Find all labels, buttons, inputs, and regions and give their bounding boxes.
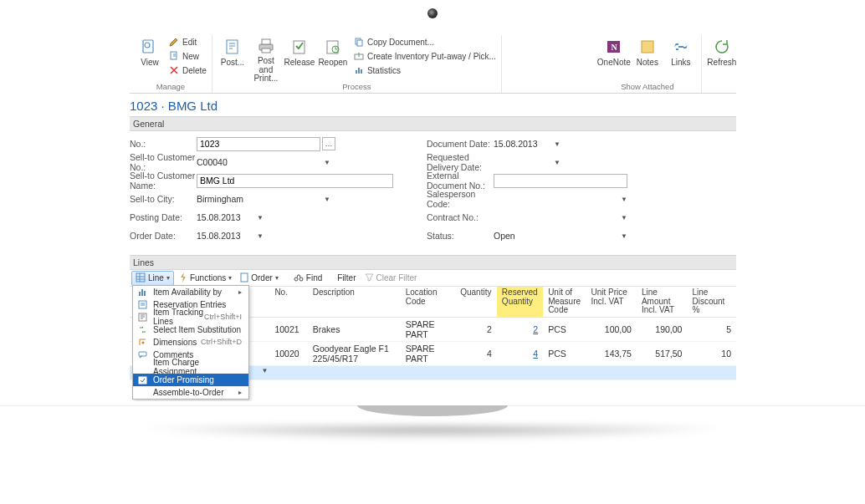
doc-date-dropdown[interactable]: 15.08.2013▼ (494, 139, 560, 149)
assemble-icon (136, 387, 148, 399)
page-title: 1023 · BMG Ltd (130, 94, 736, 116)
substitution-icon (136, 323, 148, 335)
refresh-button[interactable]: Refresh (705, 35, 736, 82)
no-lookup-button[interactable]: … (322, 137, 335, 150)
view-button[interactable]: View (133, 35, 166, 82)
order-date-label: Order Date: (130, 231, 197, 241)
chevron-down-icon: ▼ (257, 214, 264, 221)
col-uom[interactable]: Unit of Measure Code (543, 287, 586, 317)
grid-icon (136, 272, 146, 284)
contract-dropdown[interactable]: ▼ (494, 214, 627, 221)
camera-icon (427, 8, 438, 18)
ribbon-group-page: Refresh Clear Filter Go to Previous Next… (702, 35, 736, 93)
city-dropdown[interactable]: Birmingham▼ (197, 194, 330, 204)
svg-text:N: N (611, 43, 617, 52)
create-putaway-button[interactable]: Create Inventory Put-away / Pick... (353, 49, 496, 63)
notes-button[interactable]: Notes (631, 35, 664, 82)
post-button[interactable]: Post... (216, 35, 249, 82)
svg-rect-15 (361, 69, 362, 74)
req-delivery-dropdown[interactable]: ▼ (494, 159, 560, 166)
chevron-down-icon: ▼ (324, 159, 330, 166)
link-icon (671, 37, 691, 57)
col-no[interactable]: No. (269, 287, 307, 317)
col-line-discount[interactable]: Line Discount % (687, 287, 736, 317)
release-button[interactable]: Release (283, 35, 316, 82)
copy-doc-icon (353, 36, 365, 48)
chevron-down-icon[interactable]: ▼ (261, 367, 268, 374)
salesperson-dropdown[interactable]: ▼ (494, 196, 627, 203)
status-dropdown[interactable]: Open▼ (494, 231, 627, 241)
req-delivery-label: Requested Delivery Date: (427, 152, 494, 172)
cust-name-field[interactable] (197, 174, 393, 188)
svg-rect-22 (144, 291, 146, 296)
copy-document-button[interactable]: Copy Document... (353, 35, 496, 48)
col-reserved[interactable]: Reserved Quantity (497, 287, 543, 317)
ribbon: View Edit New Delete Manage Post... (130, 33, 736, 94)
chevron-down-icon: ▼ (621, 196, 627, 203)
putaway-icon (353, 50, 365, 62)
chevron-down-icon: ▼ (621, 232, 627, 240)
cust-no-dropdown[interactable]: C00040▼ (197, 157, 330, 167)
ribbon-group-show-attached: N OneNote Notes Links Show Attached (594, 35, 702, 93)
list-icon (136, 298, 148, 310)
functions-menu-button[interactable]: Functions▾ (176, 272, 235, 285)
edit-button[interactable]: Edit (168, 35, 207, 48)
chart-icon (136, 286, 148, 298)
menu-dimensions[interactable]: DimensionsCtrl+Shift+D (133, 336, 248, 349)
chevron-down-icon: ▾ (166, 274, 170, 282)
new-button[interactable]: New (168, 49, 207, 63)
posting-date-dropdown[interactable]: 15.08.2013▼ (197, 212, 264, 222)
svg-point-30 (299, 277, 303, 281)
chevron-down-icon: ▾ (228, 274, 232, 282)
svg-rect-14 (358, 68, 360, 74)
lines-toolbar: Line ▾ Item Availability by▸ Reservation… (130, 270, 736, 287)
svg-rect-21 (141, 289, 143, 296)
svg-rect-18 (642, 41, 653, 53)
comments-icon (136, 349, 148, 360)
reserved-link[interactable]: 4 (533, 349, 538, 359)
col-line-amount[interactable]: Line Amount Incl. VAT (637, 287, 688, 317)
order-menu-button[interactable]: Order▾ (237, 272, 282, 285)
post-and-print-button[interactable]: Post and Print... (249, 35, 283, 82)
col-unit-price[interactable]: Unit Price Incl. VAT (586, 287, 637, 317)
filter-button[interactable]: Filter (334, 272, 359, 283)
dimensions-icon (136, 336, 148, 348)
svg-rect-3 (227, 40, 238, 53)
statistics-button[interactable]: Statistics (353, 64, 496, 77)
ext-doc-field[interactable] (494, 174, 627, 188)
no-field[interactable] (197, 137, 320, 151)
city-label: Sell-to City: (130, 194, 197, 204)
menu-order-promising[interactable]: Order Promising (133, 374, 248, 386)
reopen-button[interactable]: Reopen (316, 35, 350, 82)
col-location[interactable]: Location Code (401, 287, 456, 317)
document-icon (223, 37, 243, 57)
col-quantity[interactable]: Quantity (455, 287, 497, 317)
lines-header[interactable]: Lines (130, 255, 736, 270)
menu-item-charge[interactable]: Item Charge Assignment (133, 361, 248, 374)
menu-item-tracking[interactable]: Item Tracking LinesCtrl+Shift+I (133, 311, 248, 323)
delete-button[interactable]: Delete (168, 64, 207, 77)
lines-clear-filter-button[interactable]: Clear Filter (361, 272, 421, 284)
calendar-check-icon (136, 374, 148, 385)
line-menu-button[interactable]: Line ▾ Item Availability by▸ Reservation… (131, 271, 174, 286)
svg-point-29 (294, 277, 298, 281)
menu-select-item-substitution[interactable]: Select Item Substitution (133, 323, 248, 336)
pencil-icon (168, 36, 180, 48)
chevron-down-icon: ▼ (554, 140, 560, 148)
line-context-menu: Item Availability by▸ Reservation Entrie… (132, 285, 249, 400)
onenote-button[interactable]: N OneNote (597, 35, 631, 82)
find-button[interactable]: Find (290, 272, 325, 285)
order-date-dropdown[interactable]: 15.08.2013▼ (197, 231, 264, 241)
links-button[interactable]: Links (664, 35, 698, 82)
reserved-link[interactable]: 2 (533, 324, 538, 334)
no-label: No.: (130, 139, 197, 149)
menu-item-availability[interactable]: Item Availability by▸ (133, 286, 248, 298)
cust-no-label: Sell-to Customer No.: (130, 152, 197, 172)
menu-assemble-to-order[interactable]: Assemble-to-Order▸ (133, 386, 248, 399)
reopen-icon (323, 37, 343, 57)
general-form: No.: … Sell-to Customer No.: C00040▼ Sel… (130, 131, 736, 255)
col-description[interactable]: Description (308, 287, 401, 317)
chevron-down-icon: ▾ (275, 274, 279, 282)
general-header[interactable]: General (130, 116, 736, 131)
ribbon-group-process: Post... Post and Print... Release Reopen (212, 35, 502, 93)
